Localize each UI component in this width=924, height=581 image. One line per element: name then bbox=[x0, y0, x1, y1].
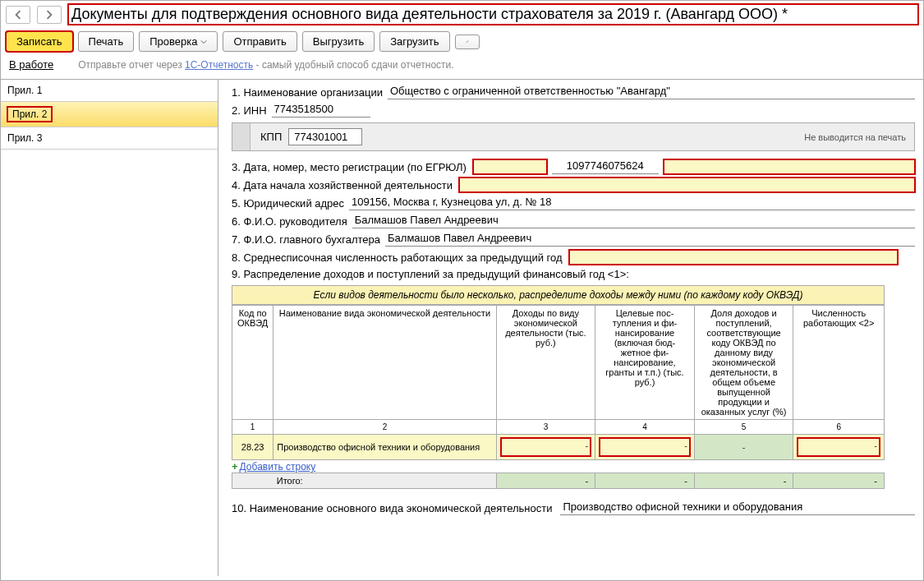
add-row-link[interactable]: +Добавить строку bbox=[232, 460, 885, 473]
dist-label: 9. Распределение доходов и поступлений з… bbox=[232, 268, 629, 280]
main-act-label: 10. Наименование основного вида экономич… bbox=[232, 502, 552, 514]
org-label: 1. Наименование организации bbox=[232, 86, 383, 99]
check-button-label: Проверка bbox=[149, 35, 197, 48]
th-income: Доходы по виду экономической деятельност… bbox=[496, 306, 595, 420]
th-name: Наименование вида экономической деятельн… bbox=[274, 306, 496, 420]
reg-place-input[interactable] bbox=[664, 159, 915, 174]
import-button[interactable]: Загрузить bbox=[379, 31, 449, 52]
save-button[interactable]: Записать bbox=[6, 31, 73, 52]
main-act-value[interactable]: Производство офисной техники и оборудова… bbox=[560, 500, 915, 515]
th-emp: Численность работающих <2> bbox=[793, 306, 885, 420]
acc-value[interactable]: Балмашов Павел Андреевич bbox=[385, 232, 915, 247]
sidebar-item-pril3[interactable]: Прил. 3 bbox=[1, 127, 218, 150]
acc-label: 7. Ф.И.О. главного бухгалтера bbox=[232, 233, 380, 246]
inn-value[interactable]: 7743518500 bbox=[272, 103, 370, 118]
check-button[interactable]: Проверка bbox=[139, 31, 218, 52]
paperclip-icon bbox=[466, 39, 469, 45]
head-value[interactable]: Балмашов Павел Андреевич bbox=[352, 214, 915, 228]
kpp-noprint: Не выводится на печать bbox=[804, 132, 906, 142]
cell-code[interactable]: 28.23 bbox=[232, 435, 274, 460]
org-value[interactable]: Общество с ограниченной ответственностью… bbox=[388, 85, 915, 99]
plus-icon: + bbox=[232, 460, 238, 473]
head-label: 6. Ф.И.О. руководителя bbox=[232, 215, 347, 228]
total-table: Итого: - - - - bbox=[232, 473, 885, 489]
cell-share: - bbox=[694, 435, 793, 460]
total-income: - bbox=[496, 473, 595, 489]
th-code: Код по ОКВЭД bbox=[232, 306, 274, 420]
form-content: 1. Наименование организации Общество с о… bbox=[218, 79, 923, 576]
report-service-link[interactable]: 1С-Отчетность bbox=[185, 59, 253, 71]
cell-emp[interactable]: - bbox=[793, 435, 885, 460]
attach-button[interactable] bbox=[455, 35, 480, 49]
cell-name[interactable]: Производство офисной техники и оборудова… bbox=[274, 435, 496, 460]
page-title: Документы для подтверждения основного ви… bbox=[68, 4, 918, 25]
reg-label: 3. Дата, номер, место регистрации (по ЕГ… bbox=[232, 161, 467, 173]
cell-income[interactable]: - bbox=[496, 435, 595, 460]
sidebar: Прил. 1 Прил. 2 Прил. 3 bbox=[1, 79, 218, 576]
th-share: Доля доходов и поступлений, соответствую… bbox=[694, 306, 793, 420]
kpp-label: КПП bbox=[260, 131, 282, 143]
print-button[interactable]: Печать bbox=[78, 31, 135, 52]
total-label: Итого: bbox=[274, 473, 496, 489]
start-date-input[interactable] bbox=[459, 178, 915, 192]
start-label: 4. Дата начала хозяйственной деятельност… bbox=[232, 179, 453, 191]
total-target: - bbox=[595, 473, 695, 489]
kpp-value[interactable]: 774301001 bbox=[288, 128, 362, 145]
total-emp: - bbox=[793, 473, 885, 489]
total-share: - bbox=[694, 473, 793, 489]
emp-input[interactable] bbox=[569, 250, 898, 265]
addr-label: 5. Юридический адрес bbox=[232, 197, 344, 210]
nav-forward-button[interactable] bbox=[37, 6, 62, 24]
reg-num[interactable]: 1097746075624 bbox=[552, 159, 659, 174]
emp-label: 8. Среднесписочная численность работающи… bbox=[232, 251, 563, 264]
inn-label: 2. ИНН bbox=[232, 104, 267, 117]
sidebar-item-pril2[interactable]: Прил. 2 bbox=[1, 102, 218, 127]
sidebar-item-pril1[interactable]: Прил. 1 bbox=[1, 80, 218, 102]
addr-value[interactable]: 109156, Москва г, Кузнецова ул, д. № 18 bbox=[349, 196, 915, 210]
cell-target[interactable]: - bbox=[595, 435, 695, 460]
reg-date-input[interactable] bbox=[473, 159, 547, 174]
th-target: Целевые пос- тупления и фи- нансирование… bbox=[595, 306, 695, 420]
send-button[interactable]: Отправить bbox=[223, 31, 297, 52]
export-button[interactable]: Выгрузить bbox=[302, 31, 375, 52]
kpp-block: КПП 774301001 Не выводится на печать bbox=[232, 122, 915, 151]
table-note: Если видов деятельности было несколько, … bbox=[232, 285, 885, 305]
status-hint: Отправьте отчет через 1С-Отчетность - са… bbox=[78, 59, 453, 71]
status-link[interactable]: В работе bbox=[9, 58, 53, 71]
table-row: 28.23 Производство офисной техники и обо… bbox=[232, 435, 885, 460]
distribution-table: Код по ОКВЭД Наименование вида экономиче… bbox=[232, 305, 885, 460]
nav-back-button[interactable] bbox=[6, 6, 30, 24]
chevron-down-icon bbox=[200, 39, 207, 45]
